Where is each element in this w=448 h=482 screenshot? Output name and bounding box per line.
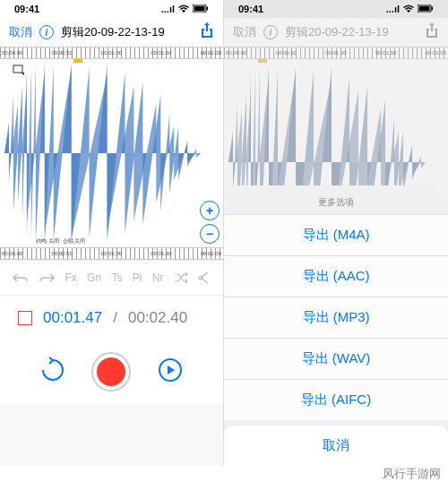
battery-icon [193,4,209,14]
stop-button[interactable] [18,311,32,325]
screen-right: 09:41 ...ıl 取消 i 剪辑20-09-22-13-19 [224,0,448,466]
fx-button[interactable]: Fx [65,271,76,284]
editing-title: 剪辑20-09-22-13-19 [285,24,389,40]
zoom-in-button[interactable]: + [200,201,220,220]
share-icon[interactable] [200,22,214,42]
ruler-bottom[interactable]: 00:00.00 00:00.50 00:01.00 00:01.50 00:0… [0,247,223,260]
time-separator: / [113,309,117,327]
ruler-label: 00:01.50 [151,251,171,256]
svg-rect-2 [207,7,209,11]
rewind-button[interactable] [39,357,66,387]
ruler-label: 00:01.50 [375,50,396,56]
zoom-out-button[interactable]: − [200,224,220,244]
footer-watermark: 风行手游网 [383,466,441,482]
wifi-icon [178,4,189,14]
export-aac-button[interactable]: 导出 (AAC) [224,255,448,297]
crop-icon[interactable] [198,271,211,284]
editing-title: 剪辑20-09-22-13-19 [61,24,165,40]
wifi-icon [403,4,414,14]
ruler-label: 00:01.00 [101,251,122,256]
action-sheet: 更多选项 导出 (M4A) 导出 (AAC) 导出 (MP3) 导出 (WAV)… [224,185,448,466]
play-button[interactable] [157,357,184,387]
ruler-label: 00:00.50 [51,251,72,256]
status-right: ...ıl [386,4,434,14]
ruler-label: 00:00.50 [51,50,72,56]
wave-label: 鸡鸣·关闭 [36,237,59,245]
export-wav-button[interactable]: 导出 (WAV) [224,338,448,379]
waveform-area[interactable]: 鸡鸣·关闭 合唱·关闭 + − [0,59,223,247]
export-mp3-button[interactable]: 导出 (MP3) [224,297,448,338]
time-display: 00:01.47 / 00:02.40 [0,296,223,340]
svg-rect-7 [419,6,430,12]
redo-icon[interactable] [39,271,55,284]
pi-button[interactable]: Pi [133,271,142,284]
gn-button[interactable]: Gn [87,271,101,284]
ruler-label: 00:02.00 [201,50,221,56]
status-time: 09:41 [238,4,263,14]
export-m4a-button[interactable]: 导出 (M4A) [224,214,448,255]
status-time: 09:41 [14,4,39,14]
status-right: ...ıl [161,4,209,14]
record-button[interactable] [91,352,131,392]
ruler-label: 00:02.00 [426,50,446,56]
dual-screens: 09:41 ...ıl 取消 i 剪辑20-09-22-13-19 [0,0,448,466]
ruler-label: 00:02.00 [201,251,221,256]
sheet-cancel-button[interactable]: 取消 [224,426,448,466]
cancel-button[interactable]: 取消 [9,24,32,40]
ruler-label: 00:01.00 [325,50,346,56]
nr-button[interactable]: Nr [152,271,164,284]
battery-icon [418,4,434,14]
ruler-label: 00:00.50 [276,50,297,56]
status-bar: 09:41 ...ıl [224,0,448,18]
ruler-top: 00:00.00 00:00.50 00:01.00 00:01.50 00:0… [224,47,448,59]
ruler-label: 00:01.00 [101,50,122,56]
time-total: 00:02.40 [128,309,187,327]
info-icon: i [263,25,278,39]
ruler-label: 00:01.50 [151,50,171,56]
ts-button[interactable]: Ts [111,271,122,284]
screen-left: 09:41 ...ıl 取消 i 剪辑20-09-22-13-19 [0,0,224,466]
nav-bar: 取消 i 剪辑20-09-22-13-19 [0,18,223,47]
svg-rect-8 [432,7,434,11]
record-inner-icon [97,357,125,386]
ruler-top[interactable]: 00:00.00 00:00.50 00:01.00 00:01.50 00:0… [0,47,223,59]
sheet-title: 更多选项 [224,191,448,214]
svg-rect-1 [194,6,205,12]
waveform [0,59,223,247]
wave-labels: 鸡鸣·关闭 合唱·关闭 [36,237,85,245]
nav-bar: 取消 i 剪辑20-09-22-13-19 [224,18,448,47]
share-icon [425,22,439,42]
ruler-label: 00:00.00 [2,50,22,56]
shuffle-icon[interactable] [174,271,188,284]
time-current: 00:01.47 [43,309,102,327]
toolbar: Fx Gn Ts Pi Nr [0,260,223,296]
signal-icon: ...ıl [161,4,175,14]
ruler-label: 00:00.00 [226,50,246,56]
export-aifc-button[interactable]: 导出 (AIFC) [224,379,448,420]
status-bar: 09:41 ...ıl [0,0,223,18]
ruler-label: 00:00.00 [2,251,22,256]
transport-controls [0,340,223,403]
cancel-button: 取消 [233,24,256,40]
undo-icon[interactable] [13,271,29,284]
signal-icon: ...ıl [386,4,400,14]
wave-label: 合唱·关闭 [63,237,86,245]
info-icon[interactable]: i [39,25,54,39]
